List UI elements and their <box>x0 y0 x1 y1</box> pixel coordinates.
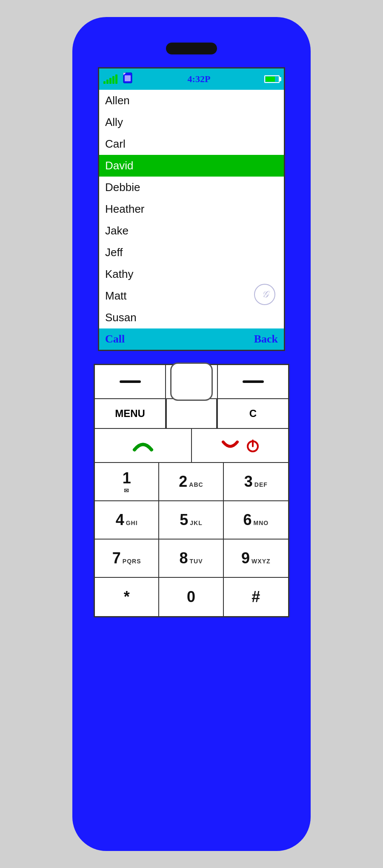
contact-carl[interactable]: Carl <box>99 133 284 155</box>
signal-bar-5 <box>115 74 117 84</box>
vibrate-icon <box>122 72 134 86</box>
keypad-area: MENU C <box>94 364 289 617</box>
key-6[interactable]: 6 MNO <box>224 501 288 540</box>
menu-button[interactable]: MENU <box>95 399 166 428</box>
key-0[interactable]: 0 <box>159 578 223 616</box>
contact-susan[interactable]: Susan 𝒢 <box>99 307 284 328</box>
signal-bars <box>103 74 117 84</box>
dpad-container <box>166 359 217 404</box>
key-star[interactable]: * <box>95 578 159 616</box>
signal-bar-4 <box>112 76 114 84</box>
key-1[interactable]: 1 ✉ <box>95 463 159 501</box>
status-left <box>103 72 134 86</box>
key-8[interactable]: 8 TUV <box>159 540 223 578</box>
call-button[interactable]: Call <box>105 333 125 345</box>
number-grid: 1 ✉ 2 ABC 3 DEF 4 GHI <box>95 463 288 616</box>
screen-bottom-bar: Call Back <box>99 328 284 350</box>
clear-button[interactable]: C <box>217 399 288 428</box>
status-right <box>264 75 280 83</box>
status-time: 4:32P <box>188 74 211 85</box>
signal-bar-2 <box>106 80 109 84</box>
contact-debbie[interactable]: Debbie <box>99 177 284 198</box>
battery-icon <box>264 75 280 83</box>
green-phone-icon <box>130 437 156 454</box>
key-2[interactable]: 2 ABC <box>159 463 223 501</box>
back-button[interactable]: Back <box>254 333 278 345</box>
dpad[interactable] <box>170 363 213 401</box>
key-5[interactable]: 5 JKL <box>159 501 223 540</box>
right-dash <box>243 380 264 383</box>
red-phone-icon <box>220 437 241 454</box>
phone-body: 4:32P Allen Ally Carl David Debbie Heath… <box>72 17 311 851</box>
signal-bar-3 <box>109 78 111 84</box>
contact-david[interactable]: David <box>99 155 284 177</box>
power-icon <box>245 438 260 453</box>
left-dash <box>120 380 141 383</box>
call-row <box>95 429 288 463</box>
answer-button[interactable] <box>95 429 192 462</box>
screen: 4:32P Allen Ally Carl David Debbie Heath… <box>98 67 285 351</box>
menu-row: MENU C <box>95 399 288 429</box>
contact-kathy[interactable]: Kathy <box>99 263 284 285</box>
contact-ally[interactable]: Ally <box>99 111 284 133</box>
key-hash[interactable]: # <box>224 578 288 616</box>
contact-jake[interactable]: Jake <box>99 220 284 242</box>
contact-list: Allen Ally Carl David Debbie Heather Jak… <box>99 90 284 328</box>
right-soft-key[interactable] <box>217 365 288 398</box>
key-3[interactable]: 3 DEF <box>224 463 288 501</box>
contact-allen[interactable]: Allen <box>99 90 284 111</box>
svg-rect-1 <box>125 75 131 81</box>
key-7[interactable]: 7 PQRS <box>95 540 159 578</box>
nav-row <box>95 365 288 399</box>
contact-heather[interactable]: Heather <box>99 198 284 220</box>
contact-jeff[interactable]: Jeff <box>99 242 284 263</box>
speaker <box>166 43 217 54</box>
key-9[interactable]: 9 WXYZ <box>224 540 288 578</box>
signal-bar-1 <box>103 81 106 84</box>
status-bar: 4:32P <box>99 69 284 90</box>
watermark: 𝒢 <box>254 284 275 305</box>
end-button[interactable] <box>192 429 288 462</box>
key-4[interactable]: 4 GHI <box>95 501 159 540</box>
left-soft-key[interactable] <box>95 365 166 398</box>
